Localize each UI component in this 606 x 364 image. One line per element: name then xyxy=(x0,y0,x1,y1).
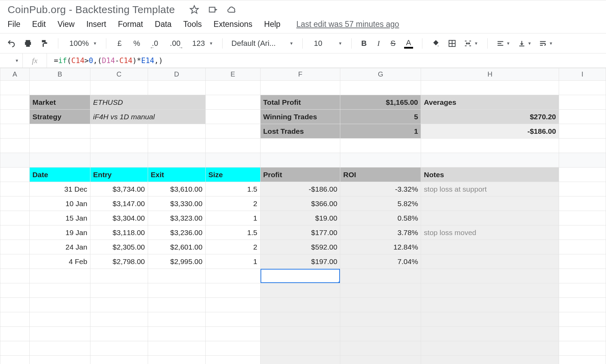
cell[interactable] xyxy=(0,110,30,124)
cell[interactable] xyxy=(205,312,260,327)
th-profit[interactable]: Profit xyxy=(260,168,340,182)
cell[interactable] xyxy=(205,95,260,110)
menu-insert[interactable]: Insert xyxy=(86,20,106,29)
cell-exit[interactable]: $3,323.00 xyxy=(148,211,205,225)
cell[interactable] xyxy=(29,124,90,139)
cell[interactable] xyxy=(29,81,90,95)
cell[interactable] xyxy=(421,139,559,153)
cell[interactable] xyxy=(559,110,606,124)
value-winning-avg[interactable]: $270.20 xyxy=(421,110,559,124)
cell[interactable] xyxy=(421,81,559,95)
bold-button[interactable]: B xyxy=(358,37,370,50)
cell[interactable] xyxy=(559,211,606,225)
last-edit-link[interactable]: Last edit was 57 minutes ago xyxy=(296,20,399,29)
text-wrap-dropdown[interactable]: ▼ xyxy=(536,37,556,50)
cell[interactable] xyxy=(340,269,421,283)
cell[interactable] xyxy=(0,254,30,269)
cell[interactable] xyxy=(421,312,559,327)
format-percent-button[interactable]: % xyxy=(128,37,145,50)
cell[interactable] xyxy=(148,283,205,298)
value-lost[interactable]: 1 xyxy=(340,124,421,139)
menu-tools[interactable]: Tools xyxy=(183,20,202,29)
cell-roi[interactable]: -3.32% xyxy=(340,182,421,196)
cell[interactable] xyxy=(559,240,606,254)
cell[interactable] xyxy=(0,196,30,211)
cell[interactable] xyxy=(205,81,260,95)
cell-exit[interactable]: $3,610.00 xyxy=(148,182,205,196)
menu-file[interactable]: File xyxy=(8,20,20,29)
cell[interactable] xyxy=(559,341,606,356)
cell-size[interactable]: 2 xyxy=(205,240,260,254)
cell[interactable] xyxy=(205,341,260,356)
cell[interactable] xyxy=(148,356,205,364)
cell[interactable] xyxy=(0,240,30,254)
zoom-dropdown[interactable]: 100%▼ xyxy=(65,37,100,50)
cell[interactable] xyxy=(90,269,148,283)
cell[interactable] xyxy=(90,139,148,153)
cell-notes[interactable] xyxy=(421,211,559,225)
paint-format-icon[interactable] xyxy=(37,37,52,50)
spreadsheet-grid[interactable]: ABCDEFGHI MarketETHUSDTotal Profit$1,165… xyxy=(0,68,606,364)
cell[interactable] xyxy=(260,139,340,153)
cell[interactable] xyxy=(559,81,606,95)
cell[interactable] xyxy=(340,327,421,341)
value-strategy[interactable]: iF4H vs 1D manual xyxy=(90,110,205,124)
cell-date[interactable]: 15 Jan xyxy=(29,211,90,225)
cell[interactable] xyxy=(559,153,606,168)
cell[interactable] xyxy=(340,139,421,153)
cell[interactable] xyxy=(29,298,90,312)
cell[interactable] xyxy=(0,95,30,110)
move-icon[interactable] xyxy=(208,5,218,14)
star-icon[interactable] xyxy=(189,5,199,14)
name-box-dropdown[interactable]: ▼ xyxy=(0,53,23,68)
cell[interactable] xyxy=(421,341,559,356)
cell-exit[interactable]: $2,995.00 xyxy=(148,254,205,269)
cell-entry[interactable]: $3,118.00 xyxy=(90,225,148,240)
print-icon[interactable] xyxy=(21,37,35,50)
cloud-icon[interactable] xyxy=(227,4,237,15)
font-dropdown[interactable]: Default (Ari...▼ xyxy=(229,37,296,50)
format-currency-button[interactable]: £ xyxy=(113,37,126,50)
cell-profit[interactable]: -$186.00 xyxy=(260,182,340,196)
cell-notes[interactable] xyxy=(421,240,559,254)
cell[interactable] xyxy=(29,341,90,356)
cell[interactable] xyxy=(205,356,260,364)
cell[interactable] xyxy=(260,356,340,364)
cell[interactable] xyxy=(0,168,30,182)
cell[interactable] xyxy=(148,269,205,283)
cell[interactable] xyxy=(90,298,148,312)
cell[interactable] xyxy=(205,327,260,341)
cell-exit[interactable]: $3,236.00 xyxy=(148,225,205,240)
active-cell[interactable] xyxy=(260,269,340,283)
cell-size[interactable]: 1.5 xyxy=(205,182,260,196)
cell-date[interactable]: 19 Jan xyxy=(29,225,90,240)
cell[interactable] xyxy=(90,283,148,298)
cell[interactable] xyxy=(340,356,421,364)
col-header-D[interactable]: D xyxy=(148,68,205,81)
cell[interactable] xyxy=(340,153,421,168)
cell-exit[interactable]: $3,330.00 xyxy=(148,196,205,211)
cell[interactable] xyxy=(0,139,30,153)
horizontal-align-dropdown[interactable]: ▼ xyxy=(494,37,513,50)
cell-size[interactable]: 1.5 xyxy=(205,225,260,240)
label-lost[interactable]: Lost Trades xyxy=(260,124,340,139)
cell[interactable] xyxy=(148,153,205,168)
label-averages[interactable]: Averages xyxy=(421,95,559,110)
cell[interactable] xyxy=(205,124,260,139)
col-header-E[interactable]: E xyxy=(205,68,260,81)
cell-notes[interactable] xyxy=(421,196,559,211)
col-header-C[interactable]: C xyxy=(90,68,148,81)
col-header-G[interactable]: G xyxy=(340,68,421,81)
cell[interactable] xyxy=(29,269,90,283)
cell-size[interactable]: 2 xyxy=(205,196,260,211)
menu-data[interactable]: Data xyxy=(155,20,172,29)
cell[interactable] xyxy=(559,356,606,364)
cell[interactable] xyxy=(29,139,90,153)
cell[interactable] xyxy=(148,341,205,356)
cell[interactable] xyxy=(340,298,421,312)
cell[interactable] xyxy=(148,327,205,341)
cell[interactable] xyxy=(148,298,205,312)
cell[interactable] xyxy=(260,153,340,168)
th-notes[interactable]: Notes xyxy=(421,168,559,182)
cell-profit[interactable]: $177.00 xyxy=(260,225,340,240)
